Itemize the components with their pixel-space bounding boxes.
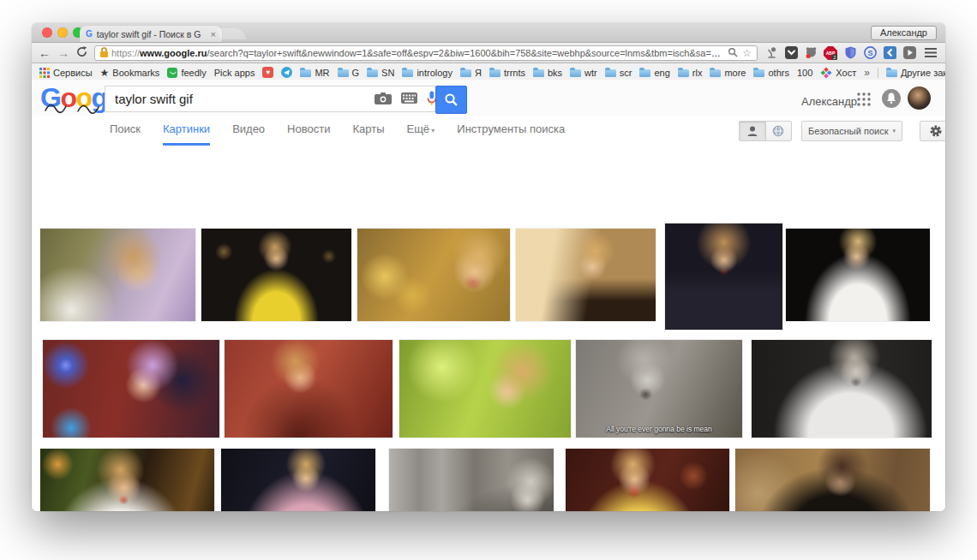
tab-strip: G taylor swift gif - Поиск в G × Алексан… <box>32 23 945 43</box>
folder-icon <box>605 69 616 77</box>
bookmark-item[interactable]: Хост <box>820 67 856 79</box>
account-name[interactable]: Александр <box>801 95 857 108</box>
bookmark-label: » <box>864 67 870 79</box>
folder-icon <box>460 69 471 77</box>
image-result[interactable] <box>786 229 930 321</box>
image-result[interactable] <box>40 449 214 511</box>
caret-down-icon: ▾ <box>892 128 896 134</box>
back-button[interactable]: ← <box>39 47 51 59</box>
browser-tab[interactable]: G taylor swift gif - Поиск в G × <box>80 26 222 42</box>
bookmark-item[interactable]: Я <box>460 68 482 78</box>
google-images-page: Google taylor swift gif Александр ПоискК… <box>32 80 945 511</box>
virtual-keyboard-icon[interactable] <box>401 92 417 106</box>
lamp-extension-icon[interactable] <box>764 46 778 60</box>
animal-extension-icon[interactable] <box>804 46 818 60</box>
image-result[interactable] <box>389 449 554 511</box>
folder-icon <box>753 69 764 77</box>
bookmark-label: bks <box>548 68 562 78</box>
nav-tab-ещё[interactable]: Ещё ▾ <box>406 123 435 146</box>
bookmark-label: Pick apps <box>214 68 255 78</box>
bookmark-item[interactable]: Другие закладки <box>878 68 945 78</box>
bookmark-item[interactable]: more <box>710 68 746 78</box>
image-result[interactable] <box>516 229 656 321</box>
minimize-window-button[interactable] <box>57 27 68 38</box>
bookmark-label: trrnts <box>504 68 525 78</box>
image-result[interactable]: All you're ever gonna be is mean <box>576 340 742 438</box>
bookmark-item[interactable] <box>281 67 292 78</box>
nav-tab-инструменты-поиска[interactable]: Инструменты поиска <box>457 123 565 146</box>
reload-button[interactable] <box>76 45 87 61</box>
search-button[interactable] <box>435 86 467 114</box>
bookmark-item[interactable]: ♥ <box>262 67 273 78</box>
bookmark-item[interactable]: trrnts <box>489 68 525 78</box>
settings-gear-button[interactable] <box>920 121 945 141</box>
heart-icon: ♥ <box>262 67 273 78</box>
bookmark-label: more <box>724 68 746 78</box>
bookmark-item[interactable]: » <box>864 67 870 79</box>
abp-extension-icon[interactable]: ABP2 <box>824 46 837 60</box>
image-result[interactable] <box>40 229 195 321</box>
safe-search-dropdown[interactable]: Безопасный поиск ▾ <box>801 121 902 141</box>
bookmark-item[interactable]: eng <box>639 68 669 78</box>
bookmark-item[interactable]: MR <box>300 68 329 78</box>
window-controls <box>42 27 83 38</box>
search-query-text: taylor swift gif <box>115 92 193 106</box>
bookmark-label: G <box>352 68 360 78</box>
image-result[interactable] <box>566 449 729 511</box>
person-view-button[interactable] <box>740 122 765 140</box>
bookmark-item[interactable]: ★Bookmarks <box>100 68 160 78</box>
bookmark-item[interactable]: rlx <box>678 68 703 78</box>
address-bar[interactable]: https://www.google.ru/search?q=taylor+sw… <box>94 45 758 61</box>
nav-tab-поиск[interactable]: Поиск <box>110 123 141 146</box>
nav-tab-картинки[interactable]: Картинки <box>163 123 210 146</box>
bookmark-item[interactable]: G <box>338 68 360 78</box>
browser-window: G taylor swift gif - Поиск в G × Алексан… <box>32 23 945 511</box>
bookmark-item[interactable]: bks <box>533 68 562 78</box>
image-result[interactable] <box>752 340 932 438</box>
image-result[interactable] <box>43 340 219 438</box>
image-result[interactable] <box>399 340 571 438</box>
image-result[interactable] <box>201 229 351 321</box>
chevron-left-extension-icon[interactable] <box>883 46 896 60</box>
nav-tab-видео[interactable]: Видео <box>232 123 265 146</box>
bookmark-item[interactable]: 100 <box>797 68 812 78</box>
bookmark-item[interactable]: Pick apps <box>214 68 255 78</box>
bookmark-item[interactable]: othrs <box>753 68 788 78</box>
bookmark-item[interactable]: wtr <box>570 68 597 78</box>
image-result[interactable] <box>665 223 782 330</box>
url-text: https://www.google.ru/search?q=taylor+sw… <box>111 48 724 58</box>
menu-icon[interactable] <box>925 48 937 50</box>
browser-profile-button[interactable]: Александр <box>871 26 937 40</box>
tab-close-icon[interactable]: × <box>211 29 216 39</box>
new-tab-button[interactable] <box>216 28 246 39</box>
bookmark-item[interactable]: intrology <box>402 68 453 78</box>
shield-extension-icon[interactable] <box>843 46 857 60</box>
nav-tab-новости[interactable]: Новости <box>287 123 330 146</box>
globe-view-button[interactable] <box>765 122 792 140</box>
nav-tab-карты[interactable]: Карты <box>352 123 384 146</box>
forward-button[interactable]: → <box>57 47 69 59</box>
close-window-button[interactable] <box>42 27 52 38</box>
svg-text:S: S <box>867 49 872 57</box>
folder-icon <box>489 69 500 77</box>
search-url-icon[interactable] <box>728 47 738 59</box>
notifications-bell-icon[interactable] <box>882 89 901 111</box>
svg-text:2: 2 <box>833 54 836 59</box>
avatar[interactable] <box>908 86 931 110</box>
bookmark-item[interactable]: Сервисы <box>39 68 93 78</box>
pocket-extension-icon[interactable] <box>784 46 798 60</box>
search-input[interactable]: taylor swift gif <box>105 86 446 112</box>
play-extension-icon[interactable] <box>902 46 916 60</box>
bookmark-item[interactable]: feedly <box>167 68 206 78</box>
search-by-image-camera-icon[interactable] <box>375 92 392 107</box>
bookmark-item[interactable]: SN <box>367 68 394 78</box>
image-result[interactable] <box>735 449 930 511</box>
gif-subtitle-text: All you're ever gonna be is mean <box>576 425 742 433</box>
image-result[interactable] <box>357 229 510 321</box>
image-result[interactable] <box>221 449 375 511</box>
google-apps-grid-icon[interactable] <box>857 92 871 110</box>
sync-extension-icon[interactable]: S <box>863 46 877 60</box>
bookmark-item[interactable]: scr <box>605 68 632 78</box>
bookmark-star-icon[interactable]: ☆ <box>742 48 752 58</box>
image-result[interactable] <box>225 340 393 438</box>
